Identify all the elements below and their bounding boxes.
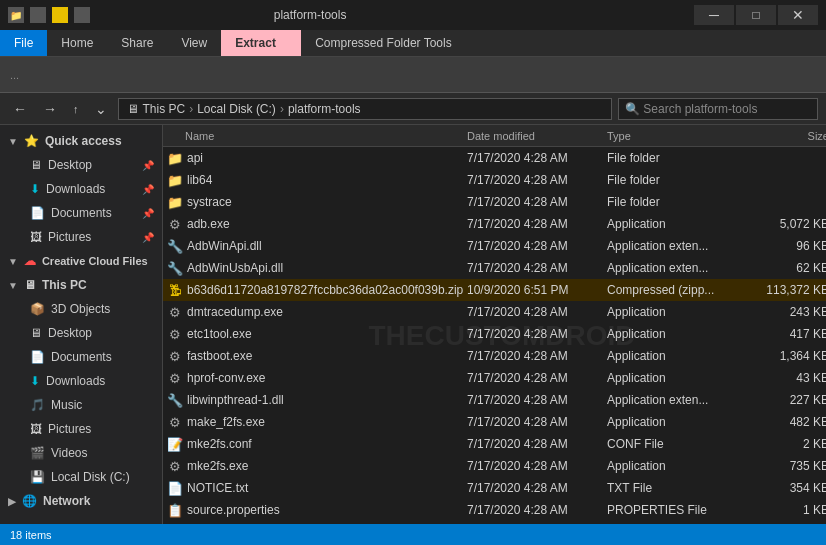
title-icon-3 <box>52 7 68 23</box>
file-size: 2 KB <box>757 437 826 451</box>
tab-share[interactable]: Share <box>107 30 167 56</box>
sidebar-item-pictures[interactable]: 🖼 Pictures 📌 <box>0 225 162 249</box>
file-size: 5,072 KB <box>757 217 826 231</box>
col-header-name[interactable]: Name <box>163 130 467 142</box>
breadcrumb-thispc[interactable]: This PC <box>143 102 186 116</box>
table-row[interactable]: 📄 NOTICE.txt 7/17/2020 4:28 AM TXT File … <box>163 477 826 499</box>
sidebar-item-downloads2[interactable]: ⬇ Downloads <box>0 369 162 393</box>
sidebar-item-downloads[interactable]: ⬇ Downloads 📌 <box>0 177 162 201</box>
sidebar-item-pictures2[interactable]: 🖼 Pictures <box>0 417 162 441</box>
sidebar-network[interactable]: ▶ 🌐 Network <box>0 489 162 513</box>
tab-extract[interactable]: Extract <box>221 30 301 56</box>
file-name: ⚙ fastboot.exe <box>167 348 467 364</box>
table-row[interactable]: 📝 mke2fs.conf 7/17/2020 4:28 AM CONF Fil… <box>163 433 826 455</box>
file-type: Application <box>607 371 757 385</box>
sidebar-item-3d-objects[interactable]: 📦 3D Objects <box>0 297 162 321</box>
maximize-btn[interactable]: □ <box>736 5 776 25</box>
nav-up[interactable]: ↑ <box>68 101 84 117</box>
sidebar-item-documents[interactable]: 📄 Documents 📌 <box>0 201 162 225</box>
col-header-date[interactable]: Date modified <box>467 130 607 142</box>
breadcrumb-localdisk[interactable]: Local Disk (C:) <box>197 102 276 116</box>
table-row[interactable]: 🔧 AdbWinApi.dll 7/17/2020 4:28 AM Applic… <box>163 235 826 257</box>
file-type: Compressed (zipp... <box>607 283 757 297</box>
table-row[interactable]: 📁 api 7/17/2020 4:28 AM File folder <box>163 147 826 169</box>
sidebar-3d-label: 3D Objects <box>51 302 110 316</box>
table-row[interactable]: ⚙ fastboot.exe 7/17/2020 4:28 AM Applica… <box>163 345 826 367</box>
col-header-type[interactable]: Type <box>607 130 757 142</box>
ribbon-tabs: File Home Share View Extract Compressed … <box>0 30 826 56</box>
local-disk-icon: 💾 <box>30 470 45 484</box>
sidebar-creative-cloud[interactable]: ▼ ☁ Creative Cloud Files <box>0 249 162 273</box>
file-date: 7/17/2020 4:28 AM <box>467 371 607 385</box>
table-row[interactable]: 🔧 libwinpthread-1.dll 7/17/2020 4:28 AM … <box>163 389 826 411</box>
table-row[interactable]: 🔧 AdbWinUsbApi.dll 7/17/2020 4:28 AM App… <box>163 257 826 279</box>
file-type: Application <box>607 459 757 473</box>
breadcrumb-platform-tools[interactable]: platform-tools <box>288 102 361 116</box>
file-name: 🔧 AdbWinUsbApi.dll <box>167 260 467 276</box>
desktop-icon: 🖥 <box>30 158 42 172</box>
breadcrumb[interactable]: 🖥 This PC › Local Disk (C:) › platform-t… <box>118 98 613 120</box>
sidebar-this-pc[interactable]: ▼ 🖥 This PC <box>0 273 162 297</box>
file-size: 227 KB <box>757 393 826 407</box>
ribbon: File Home Share View Extract Compressed … <box>0 30 826 57</box>
file-icon: ⚙ <box>167 216 183 232</box>
file-size: 62 KB <box>757 261 826 275</box>
file-size: 113,372 KB <box>757 283 826 297</box>
file-type: Application <box>607 305 757 319</box>
table-row[interactable]: ⚙ adb.exe 7/17/2020 4:28 AM Application … <box>163 213 826 235</box>
title-icon-2 <box>30 7 46 23</box>
table-row[interactable]: 📁 lib64 7/17/2020 4:28 AM File folder <box>163 169 826 191</box>
file-size: 417 KB <box>757 327 826 341</box>
table-row[interactable]: 📁 systrace 7/17/2020 4:28 AM File folder <box>163 191 826 213</box>
sidebar-item-desktop[interactable]: 🖥 Desktop 📌 <box>0 153 162 177</box>
sidebar-documents2-label: Documents <box>51 350 112 364</box>
file-icon: 🗜 <box>167 282 183 298</box>
documents2-icon: 📄 <box>30 350 45 364</box>
file-date: 10/9/2020 6:51 PM <box>467 283 607 297</box>
content-area: Name Date modified Type Size THECUSTOMDR… <box>163 125 826 524</box>
nav-forward[interactable]: → <box>38 99 62 119</box>
file-icon: 📁 <box>167 150 183 166</box>
this-pc-icon: 🖥 <box>24 278 36 292</box>
col-header-size[interactable]: Size <box>757 130 826 142</box>
table-row[interactable]: ⚙ make_f2fs.exe 7/17/2020 4:28 AM Applic… <box>163 411 826 433</box>
close-btn[interactable]: ✕ <box>778 5 818 25</box>
quick-access-label: Quick access <box>45 134 122 148</box>
sidebar-item-music[interactable]: 🎵 Music <box>0 393 162 417</box>
file-name: ⚙ make_f2fs.exe <box>167 414 467 430</box>
tab-view[interactable]: View <box>167 30 221 56</box>
search-bar[interactable]: 🔍 Search platform-tools <box>618 98 818 120</box>
sidebar-quick-access[interactable]: ▼ ⭐ Quick access <box>0 129 162 153</box>
tab-compressed-folder-tools[interactable]: Compressed Folder Tools <box>301 30 466 56</box>
table-row[interactable]: ⚙ sqlite3.exe 7/17/2020 4:28 AM Applicat… <box>163 521 826 524</box>
sidebar-item-documents2[interactable]: 📄 Documents <box>0 345 162 369</box>
file-name: 🔧 AdbWinApi.dll <box>167 238 467 254</box>
file-size: 243 KB <box>757 305 826 319</box>
tab-home[interactable]: Home <box>47 30 107 56</box>
file-date: 7/17/2020 4:28 AM <box>467 415 607 429</box>
table-row[interactable]: 🗜 b63d6d11720a8197827fccbbc36da02ac00f03… <box>163 279 826 301</box>
file-list: THECUSTOMDROID 📁 api 7/17/2020 4:28 AM F… <box>163 147 826 524</box>
sidebar-pictures-label: Pictures <box>48 230 91 244</box>
file-date: 7/17/2020 4:28 AM <box>467 481 607 495</box>
file-name: 🗜 b63d6d11720a8197827fccbbc36da02ac00f03… <box>167 282 467 298</box>
sidebar-desktop-label: Desktop <box>48 158 92 172</box>
table-row[interactable]: 📋 source.properties 7/17/2020 4:28 AM PR… <box>163 499 826 521</box>
file-date: 7/17/2020 4:28 AM <box>467 305 607 319</box>
sidebar-item-desktop2[interactable]: 🖥 Desktop <box>0 321 162 345</box>
table-row[interactable]: ⚙ etc1tool.exe 7/17/2020 4:28 AM Applica… <box>163 323 826 345</box>
status-text: 18 items <box>10 529 52 541</box>
tab-file[interactable]: File <box>0 30 47 56</box>
table-row[interactable]: ⚙ hprof-conv.exe 7/17/2020 4:28 AM Appli… <box>163 367 826 389</box>
nav-recent[interactable]: ⌄ <box>90 99 112 119</box>
nav-back[interactable]: ← <box>8 99 32 119</box>
sidebar-item-local-disk[interactable]: 💾 Local Disk (C:) <box>0 465 162 489</box>
file-name: ⚙ etc1tool.exe <box>167 326 467 342</box>
ribbon-commands: ... <box>0 57 826 93</box>
minimize-btn[interactable]: ─ <box>694 5 734 25</box>
table-row[interactable]: ⚙ mke2fs.exe 7/17/2020 4:28 AM Applicati… <box>163 455 826 477</box>
sidebar-item-videos[interactable]: 🎬 Videos <box>0 441 162 465</box>
title-bar-title: platform-tools <box>274 8 347 22</box>
table-row[interactable]: ⚙ dmtracedump.exe 7/17/2020 4:28 AM Appl… <box>163 301 826 323</box>
file-type: PROPERTIES File <box>607 503 757 517</box>
